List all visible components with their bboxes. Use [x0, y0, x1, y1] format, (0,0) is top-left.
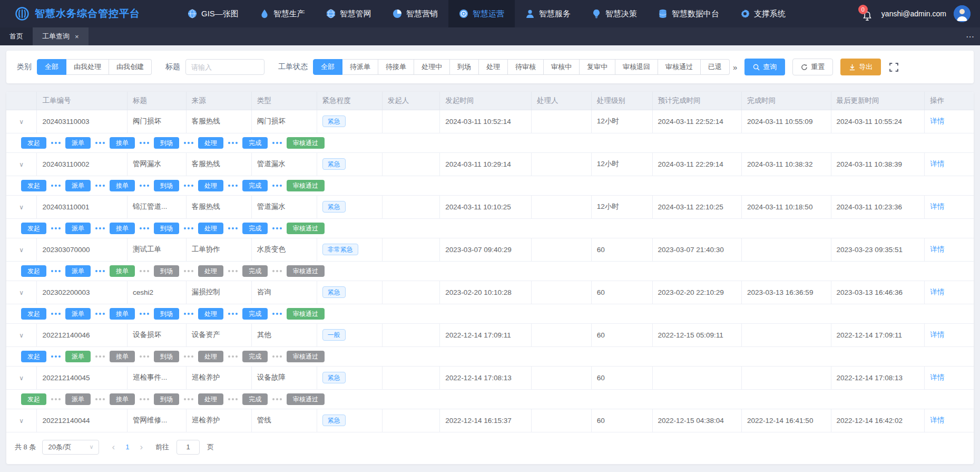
page-size-select[interactable]: 20条/页 ∨	[42, 440, 99, 455]
search-icon	[753, 64, 760, 71]
expand-row-icon[interactable]: ∨	[19, 118, 24, 126]
flow-step-badge: 发起	[21, 180, 46, 191]
status-option-1[interactable]: 全部	[313, 59, 342, 75]
urgency-badge: 非常紧急	[322, 244, 358, 255]
category-option-2[interactable]: 由我处理	[66, 59, 109, 75]
expand-row-icon[interactable]: ∨	[19, 332, 24, 339]
nav-item-9[interactable]: 支撑系统	[730, 0, 796, 27]
tab-home[interactable]: 首页	[0, 27, 33, 45]
detail-link[interactable]: 详情	[930, 331, 944, 339]
detail-link[interactable]: 详情	[930, 160, 944, 168]
table-cell: 设备损坏	[127, 323, 186, 346]
detail-link[interactable]: 详情	[930, 288, 944, 296]
table-cell: 2024-03-11 10:18:50	[742, 195, 831, 218]
avatar[interactable]	[954, 5, 971, 22]
urgency-cell: 一般	[317, 323, 382, 346]
status-option-11[interactable]: 审核通过	[658, 59, 701, 75]
close-icon[interactable]: ×	[75, 33, 79, 41]
page-number-1[interactable]: 1	[122, 443, 132, 451]
reset-button[interactable]: 重置	[792, 59, 833, 75]
status-option-6[interactable]: 处理	[479, 59, 508, 75]
table-cell	[382, 238, 440, 261]
flow-separator-dots	[228, 142, 238, 144]
status-option-9[interactable]: 复审中	[580, 59, 615, 75]
flow-step-badge: 到场	[154, 180, 179, 191]
expand-row-icon[interactable]: ∨	[19, 289, 24, 296]
status-option-10[interactable]: 审核退回	[615, 59, 658, 75]
goto-page-input[interactable]	[177, 440, 200, 455]
category-option-1[interactable]: 全部	[37, 59, 66, 75]
status-option-4[interactable]: 处理中	[414, 59, 450, 75]
table-cell: 水质变色	[251, 238, 317, 261]
tab-workorder-query[interactable]: 工单查询 ×	[33, 27, 89, 45]
table-cell	[382, 152, 440, 176]
prev-page-button[interactable]: ‹	[109, 442, 118, 452]
status-overflow-icon[interactable]: »	[733, 63, 737, 72]
user-email[interactable]: yanshi@admin.com	[881, 9, 946, 18]
table-header-row: 工单编号标题来源类型紧急程度发起人发起时间处理人处理级别预计完成时间完成时间最后…	[6, 92, 974, 110]
expand-row-icon[interactable]: ∨	[19, 374, 24, 382]
workorder-table-card: 工单编号标题来源类型紧急程度发起人发起时间处理人处理级别预计完成时间完成时间最后…	[6, 92, 974, 464]
status-flow-row: 发起派单接单到场处理完成审核通过	[6, 346, 974, 366]
status-option-12[interactable]: 已退	[701, 59, 730, 75]
next-page-button[interactable]: ›	[136, 442, 146, 452]
query-button[interactable]: 查询	[744, 59, 785, 75]
nav-item-8[interactable]: 智慧数据中台	[648, 0, 730, 27]
table-cell	[382, 366, 440, 389]
category-option-3[interactable]: 由我创建	[109, 59, 152, 75]
title-input[interactable]	[185, 59, 264, 75]
fullscreen-icon[interactable]	[889, 63, 898, 72]
flow-separator-dots	[51, 355, 61, 358]
urgency-cell: 紧急	[317, 110, 382, 133]
flow-step-badge: 接单	[110, 223, 135, 234]
flow-separator-dots	[184, 185, 193, 187]
status-option-2[interactable]: 待派单	[342, 59, 378, 75]
table-cell	[382, 195, 440, 218]
flow-step-badge: 审核通过	[287, 308, 325, 320]
status-option-7[interactable]: 待审核	[508, 59, 544, 75]
export-button[interactable]: 导出	[840, 59, 881, 75]
nav-item-3[interactable]: 智慧管网	[316, 0, 382, 27]
nav-item-4[interactable]: 智慧营销	[382, 0, 448, 27]
detail-link[interactable]: 详情	[930, 245, 944, 253]
nav-item-6[interactable]: 智慧服务	[515, 0, 581, 27]
flow-step-badge: 发起	[21, 223, 46, 234]
flow-step-badge: 处理	[198, 308, 223, 320]
status-option-8[interactable]: 审核中	[544, 59, 580, 75]
nav-item-2[interactable]: 智慧生产	[249, 0, 316, 27]
table-cell: 2024-03-11 10:23:36	[831, 195, 925, 218]
flow-separator-dots	[184, 227, 193, 229]
flow-step-badge: 完成	[242, 351, 268, 362]
nav-item-5[interactable]: 智慧运营	[448, 0, 515, 27]
table-cell	[382, 281, 440, 304]
flow-separator-dots	[272, 355, 282, 358]
nav-item-label: 智慧生产	[273, 9, 305, 19]
status-option-5[interactable]: 到场	[450, 59, 479, 75]
expand-row-icon[interactable]: ∨	[19, 417, 24, 425]
table-cell: 2022-12-14 16:41:50	[742, 409, 831, 432]
expand-row-icon[interactable]: ∨	[19, 246, 24, 254]
table-cell: 管线	[251, 409, 317, 432]
urgency-badge: 紧急	[322, 201, 346, 213]
nav-item-1[interactable]: GIS—张图	[177, 0, 249, 27]
query-button-label: 查询	[763, 62, 777, 72]
table-cell: 2022-12-15 04:38:04	[652, 409, 742, 432]
detail-link[interactable]: 详情	[930, 416, 944, 424]
table-cell: 60	[591, 366, 652, 389]
urgency-cell: 紧急	[317, 366, 382, 389]
status-option-3[interactable]: 待接单	[378, 59, 414, 75]
detail-link[interactable]: 详情	[930, 373, 944, 381]
table-cell: 咨询	[251, 281, 317, 304]
tab-options-icon[interactable]: ⋯	[966, 27, 975, 45]
expand-row-icon[interactable]: ∨	[19, 204, 24, 211]
expand-row-icon[interactable]: ∨	[19, 161, 24, 168]
nav-item-7[interactable]: 智慧决策	[581, 0, 648, 27]
table-cell: 设备故障	[251, 366, 317, 389]
reset-button-label: 重置	[811, 62, 825, 72]
flow-separator-dots	[140, 227, 149, 229]
table-cell: 2024-03-11 22:52:14	[652, 110, 742, 133]
status-flow-row: 发起派单接单到场处理完成审核通过	[6, 389, 974, 409]
detail-link[interactable]: 详情	[930, 117, 944, 125]
notification-bell-icon[interactable]: 0	[860, 6, 874, 22]
detail-link[interactable]: 详情	[930, 203, 944, 210]
